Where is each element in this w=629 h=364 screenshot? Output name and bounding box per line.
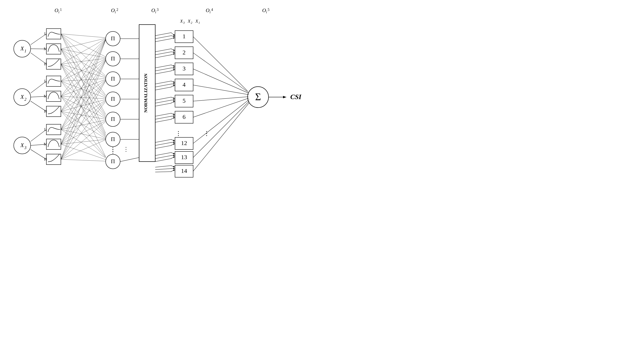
mf-rule-line — [61, 64, 106, 136]
x1-label-top: X — [195, 18, 198, 24]
arrow-5a — [171, 97, 175, 99]
input-x2-label: X — [20, 94, 24, 100]
mf-x1-H-box — [46, 59, 61, 69]
input-x1-label: X — [20, 45, 24, 52]
mf-rule-line — [61, 79, 106, 81]
dots-middle-1: ⋮ — [175, 130, 181, 137]
input-x3-sub: 3 — [24, 145, 26, 150]
line-x3-H — [31, 150, 46, 159]
output-box-6-label: 6 — [183, 113, 186, 120]
arrow-3c — [171, 69, 175, 71]
arrow-13a — [171, 153, 175, 154]
norm-out-line-14b — [155, 169, 171, 170]
line-x2-L — [31, 81, 46, 93]
arrow-2a — [171, 49, 175, 51]
mf-rule-line — [61, 100, 106, 130]
arrow-6b — [171, 116, 175, 116]
mf-rule-line — [61, 34, 106, 76]
arrow-13c — [171, 157, 175, 159]
mf-rule-line — [61, 96, 106, 99]
mid-dots: ⋮ — [123, 146, 129, 152]
x1-sub-top: 1 — [198, 21, 200, 24]
normalization-label: NORMALIZATION — [143, 74, 148, 113]
x3-label-top: X — [180, 18, 183, 24]
rule-node-1-label: Π — [111, 35, 115, 41]
arrow-13b — [171, 155, 175, 156]
norm-out-line-12b — [155, 142, 171, 145]
output-box-4-label: 4 — [183, 81, 186, 88]
layer1-sub: i — [58, 10, 59, 14]
mf-x1-L-box — [46, 29, 61, 39]
mf-x2-H-box — [46, 106, 61, 117]
mf-rule-line — [61, 120, 106, 130]
arrow-3a — [171, 65, 175, 67]
output-box-14-label: 14 — [181, 167, 187, 174]
mf-rule-line — [61, 49, 106, 116]
norm-out-line-1a — [155, 33, 171, 36]
input-x1-sub: 1 — [24, 49, 26, 53]
layer4-sup: 4 — [211, 8, 213, 12]
mf-rule-line — [61, 34, 106, 95]
mf-rule-line — [61, 159, 106, 161]
line-x3-L — [31, 130, 46, 141]
arrow-5c — [171, 101, 175, 103]
line-x1-L — [31, 34, 46, 45]
norm-out-line-14a — [155, 166, 171, 167]
output-box-3-label: 3 — [183, 65, 186, 72]
rule-norm-line-7 — [120, 158, 139, 162]
layer2-sub: i — [115, 10, 116, 14]
x2-sub-top: 2 — [191, 21, 192, 24]
out-sum-line-6 — [193, 98, 249, 117]
input-x3-label: X — [20, 142, 24, 148]
layer3-sub: i — [155, 10, 156, 14]
out-sum-line-4 — [193, 85, 249, 95]
norm-out-line-2a — [155, 49, 171, 52]
layer3-sup: 3 — [157, 8, 159, 12]
output-box-13-label: 13 — [181, 154, 187, 160]
norm-out-line-6b — [155, 116, 171, 119]
layer5-sub: i — [266, 10, 267, 14]
norm-out-line-2c — [155, 55, 171, 58]
input-x2-sub: 2 — [24, 97, 26, 101]
mf-rule-line — [61, 60, 106, 130]
rule-node-7-label: Π — [111, 158, 115, 164]
arrow-2c — [171, 54, 175, 55]
norm-out-line-4a — [155, 81, 171, 84]
arrow-12a — [171, 139, 175, 141]
mf-rule-line — [61, 34, 106, 38]
arrow-12b — [171, 142, 175, 142]
arrow-5b — [171, 100, 175, 100]
norm-out-line-13b — [155, 156, 171, 159]
output-box-5-label: 5 — [183, 97, 186, 104]
arrow-12c — [171, 143, 175, 145]
rule-node-6-label: Π — [111, 136, 115, 142]
mf-rule-line — [61, 58, 106, 64]
layer5-sup: 5 — [268, 8, 270, 12]
arrow-14c — [171, 170, 175, 172]
norm-out-line-2b — [155, 52, 171, 55]
output-csi-label: CSI — [290, 93, 302, 100]
norm-out-line-5a — [155, 97, 171, 100]
output-box-1-label: 1 — [183, 33, 186, 39]
rule-node-2-label: Π — [111, 55, 115, 62]
norm-out-line-3a — [155, 65, 171, 68]
layer5-label: O — [262, 7, 266, 13]
arrow-2b — [171, 52, 175, 52]
dots-middle-2: ⋮ — [204, 130, 210, 137]
mf-rule-line — [61, 64, 106, 157]
mf-x3-H-box — [46, 154, 61, 165]
arrow-14a — [171, 166, 175, 167]
layer2-dots: ⋮ — [110, 148, 116, 154]
output-box-12-label: 12 — [181, 140, 187, 146]
x3-sub-top: 3 — [183, 21, 185, 24]
layer4-sub: i — [209, 10, 210, 14]
mf-rule-line — [61, 101, 106, 144]
mf-rule-line — [61, 121, 106, 144]
out-sum-line-13 — [193, 101, 249, 158]
norm-out-line-4b — [155, 84, 171, 87]
layer2-sup: 2 — [117, 8, 118, 12]
output-box-2-label: 2 — [183, 49, 186, 56]
mf-rule-line — [61, 60, 106, 111]
norm-out-line-6a — [155, 113, 171, 116]
mf-rule-line — [61, 139, 106, 144]
